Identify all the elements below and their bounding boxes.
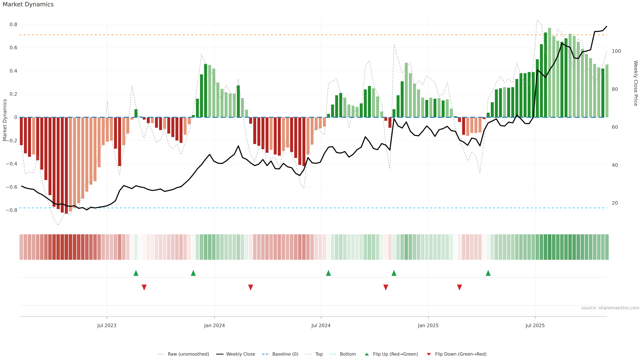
legend-item: Flip Up (Red→Green): [363, 352, 418, 357]
legend-item: Top: [305, 352, 323, 357]
right-axis-tick: 60: [612, 124, 618, 130]
legend-item: Bottom: [330, 352, 356, 357]
flip-down-marker: [248, 285, 253, 291]
left-axis-tick: 0.8: [10, 22, 17, 27]
heatmap-strip: [20, 234, 609, 260]
line-dotted-icon: [330, 353, 338, 356]
line-dashed-icon: [262, 353, 270, 356]
legend-item: Raw (unsmoothed): [158, 352, 209, 357]
legend-item: Baseline (0): [262, 352, 298, 357]
flip-markers: [134, 270, 491, 291]
marker-panel: [19, 277, 607, 317]
flip-up-marker: [134, 270, 138, 276]
flip-down-marker: [142, 285, 147, 291]
left-axis-tick: 0.6: [10, 45, 17, 50]
legend-item-label: Bottom: [340, 352, 356, 357]
left-axis-tick: 0: [14, 114, 17, 120]
flip-down-marker: [457, 285, 462, 291]
left-axis-tick: −0.8: [6, 207, 17, 213]
flip-up-marker: [191, 270, 196, 276]
triangle-down-icon: [425, 353, 433, 356]
line-dotted-icon: [305, 353, 313, 356]
x-axis-tick-label: Jul 2023: [97, 323, 116, 328]
legend-item-label: Top: [316, 352, 323, 357]
x-axis-tick-label: Jan 2024: [204, 323, 225, 328]
raw-line: [21, 20, 607, 225]
right-axis-title: Weekly Close Price: [633, 36, 639, 130]
market-dynamics-page: 0.80.60.40.20−0.2−0.4−0.6−0.810080604020…: [0, 0, 644, 362]
legend-item-label: Raw (unsmoothed): [168, 352, 209, 357]
weekly-close-line: [21, 26, 607, 210]
legend-item-label: Baseline (0): [272, 352, 298, 357]
left-axis-tick: 0.4: [10, 68, 17, 74]
page-title: Market Dynamics: [3, 1, 54, 8]
right-axis-tick: 80: [612, 86, 618, 92]
legend-item-label: Weekly Close: [226, 352, 255, 357]
right-axis-tick: 40: [612, 162, 618, 168]
x-axis-tick-label: Jul 2025: [526, 323, 545, 328]
legend-item-label: Flip Up (Red→Green): [373, 352, 418, 357]
axis-ticks: 0.80.60.40.20−0.2−0.4−0.6−0.810080604020…: [6, 22, 621, 328]
right-axis-tick: 20: [612, 200, 618, 206]
legend: Raw (unsmoothed)Weekly CloseBaseline (0)…: [0, 352, 644, 357]
x-axis-tick-label: Jan 2025: [418, 323, 439, 328]
left-axis-tick: 0.2: [10, 91, 17, 97]
flip-up-marker: [326, 270, 331, 276]
left-axis-tick: −0.6: [6, 184, 17, 190]
legend-item: Weekly Close: [216, 352, 255, 357]
plot-gridlines: [19, 18, 607, 317]
line-solid-icon: [216, 353, 224, 356]
legend-item: Flip Down (Green→Red): [425, 352, 486, 357]
line-dotted-icon: [158, 353, 166, 356]
triangle-up-icon: [363, 353, 371, 356]
flip-down-marker: [383, 285, 388, 291]
x-axis-tick-label: Jul 2024: [311, 323, 331, 328]
dynamics-bars: [20, 28, 608, 214]
left-axis-title: Market Dynamics: [2, 73, 8, 167]
legend-item-label: Flip Down (Green→Red): [435, 352, 486, 357]
flip-up-marker: [486, 270, 491, 276]
flip-up-marker: [392, 270, 396, 276]
right-axis-tick: 100: [612, 48, 621, 54]
market-dynamics-chart: 0.80.60.40.20−0.2−0.4−0.6−0.810080604020…: [0, 0, 644, 362]
source-note: source: sharemaestro.com: [581, 305, 639, 310]
